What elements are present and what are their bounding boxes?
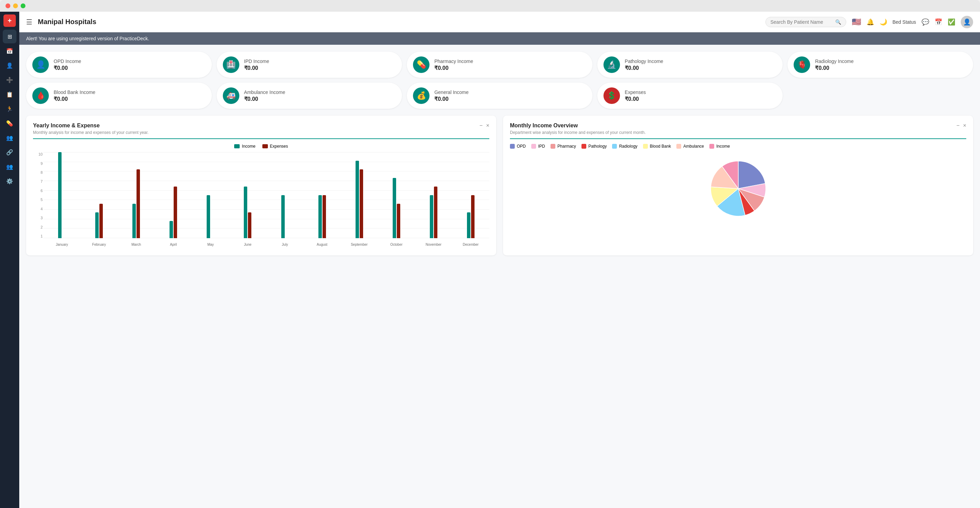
menu-icon[interactable]: ☰	[26, 18, 32, 26]
topbar-actions: 🇺🇸 🔔 🌙 Bed Status 💬 📅 ✅ 👤	[852, 16, 974, 28]
income-bar	[244, 187, 247, 238]
pie-legend-item: OPD	[510, 144, 526, 149]
income-card-icon: 💰	[413, 88, 430, 104]
pie-legend-item: Radiology	[612, 144, 637, 149]
pie-chart-actions: − ×	[956, 123, 966, 129]
pie-chart-title: Monthly Income Overview	[510, 123, 578, 129]
month-group: July	[266, 152, 303, 238]
income-card-info: Radiology Income ₹0.00	[815, 58, 853, 71]
income-card-amount: ₹0.00	[244, 65, 269, 71]
pie-legend-dot	[510, 144, 515, 149]
sidebar-item-users[interactable]: 👥	[3, 160, 16, 174]
main-content: 👤 OPD Income ₹0.00 🏥 IPD Income ₹0.00 💊 …	[19, 45, 980, 508]
income-card-amount: ₹0.00	[434, 65, 473, 71]
expense-bar	[434, 187, 438, 238]
notifications-icon[interactable]: 🔔	[867, 18, 874, 26]
month-group: May	[192, 152, 229, 238]
pie-legend-item: Pathology	[581, 144, 606, 149]
income-card-info: Expenses ₹0.00	[625, 89, 646, 102]
minimize-button[interactable]	[13, 3, 18, 8]
sidebar-item-calendar[interactable]: 📅	[3, 44, 16, 58]
close-button[interactable]	[5, 3, 10, 8]
close-chart-icon[interactable]: ×	[486, 123, 489, 129]
income-bar	[207, 195, 210, 238]
search-input[interactable]	[771, 19, 832, 25]
pie-legend-dot	[550, 144, 555, 149]
pie-legend-item: Pharmacy	[550, 144, 576, 149]
sidebar-item-network[interactable]: 🔗	[3, 145, 16, 159]
expense-bar	[99, 204, 103, 238]
income-bar	[467, 212, 470, 238]
sidebar-item-pharmacy[interactable]: 💊	[3, 116, 16, 130]
pie-legend-dot	[710, 144, 714, 149]
main-area: ☰ Manipal Hospitals 🔍 🇺🇸 🔔 🌙 Bed Status …	[19, 12, 980, 508]
pie-legend-dot	[531, 144, 536, 149]
bar-chart-title: Yearly Income & Expense	[33, 123, 100, 129]
month-group: October	[378, 152, 415, 238]
income-cards-grid: 👤 OPD Income ₹0.00 🏥 IPD Income ₹0.00 💊 …	[26, 52, 973, 109]
income-card: 👤 OPD Income ₹0.00	[26, 52, 212, 78]
income-bar	[430, 195, 433, 238]
income-card-icon: 🔬	[603, 56, 620, 73]
minimize-chart-icon[interactable]: −	[479, 123, 482, 129]
pie-legend-item: Ambulance	[676, 144, 704, 149]
calendar-icon[interactable]: 📅	[935, 18, 942, 26]
pie-chart-subtitle: Department wise analysis for income and …	[510, 130, 966, 139]
income-bar	[132, 204, 136, 238]
income-card-label: General Income	[434, 89, 469, 95]
pie-legend-label: Income	[716, 144, 730, 149]
income-card-amount: ₹0.00	[815, 65, 853, 71]
income-card: 💰 General Income ₹0.00	[407, 83, 592, 109]
income-card-label: Ambulance Income	[244, 89, 285, 95]
pie-legend-dot	[676, 144, 681, 149]
window-chrome	[0, 0, 980, 12]
income-card-info: Blood Bank Income ₹0.00	[54, 89, 95, 102]
income-card: 🫀 Radiology Income ₹0.00	[788, 52, 973, 78]
bars-area: JanuaryFebruaryMarchAprilMayJuneJulyAugu…	[43, 152, 489, 238]
bed-status-button[interactable]: Bed Status	[892, 19, 916, 25]
alert-bar: Alert! You are using unregistered versio…	[19, 32, 980, 45]
bar-chart-card: Yearly Income & Expense − × Monthly anal…	[26, 116, 496, 256]
close-pie-icon[interactable]: ×	[963, 123, 966, 129]
income-bar	[58, 152, 62, 238]
minimize-pie-icon[interactable]: −	[956, 123, 959, 129]
expense-bar	[173, 187, 177, 238]
maximize-button[interactable]	[21, 3, 25, 8]
bar-chart: 12345678910 JanuaryFebruaryMarchAprilMay…	[33, 152, 489, 249]
pie-legend-item: Income	[710, 144, 730, 149]
topbar: ☰ Manipal Hospitals 🔍 🇺🇸 🔔 🌙 Bed Status …	[19, 12, 980, 32]
sidebar-item-dashboard[interactable]: ⊞	[3, 30, 16, 43]
pie-chart-header: Monthly Income Overview − ×	[510, 123, 966, 129]
pie-legend-label: Pharmacy	[557, 144, 576, 149]
alert-text: Alert! You are using unregistered versio…	[26, 36, 149, 41]
sidebar-item-patients[interactable]: 👤	[3, 59, 16, 72]
income-card-amount: ₹0.00	[244, 96, 285, 102]
income-bar	[318, 195, 322, 238]
sidebar-item-reports[interactable]: 📋	[3, 88, 16, 101]
income-card-amount: ₹0.00	[54, 96, 95, 102]
expense-bar	[323, 195, 326, 238]
bar-chart-container: 12345678910 JanuaryFebruaryMarchAprilMay…	[33, 152, 489, 249]
sidebar-item-settings[interactable]: ⚙️	[3, 174, 16, 188]
month-group: February	[81, 152, 118, 238]
expense-bar	[360, 169, 363, 238]
sidebar-item-add[interactable]: ➕	[3, 73, 16, 87]
pie-legend-label: IPD	[538, 144, 545, 149]
flag-icon[interactable]: 🇺🇸	[852, 18, 861, 27]
search-box[interactable]: 🔍	[765, 17, 846, 27]
expense-bar	[397, 204, 400, 238]
pie-legend-label: Ambulance	[683, 144, 704, 149]
month-group: March	[118, 152, 155, 238]
messages-icon[interactable]: 💬	[921, 18, 929, 26]
pie-legend: OPDIPDPharmacyPathologyRadiologyBlood Ba…	[510, 144, 966, 149]
sidebar-item-activity[interactable]: 🏃	[3, 102, 16, 116]
income-card-amount: ₹0.00	[54, 65, 81, 71]
pie-legend-item: IPD	[531, 144, 545, 149]
user-avatar[interactable]: 👤	[961, 16, 973, 28]
month-group: December	[452, 152, 489, 238]
check-icon[interactable]: ✅	[948, 18, 955, 26]
sidebar-item-staff[interactable]: 👥	[3, 131, 16, 145]
income-legend-label: Income	[242, 144, 255, 149]
moon-icon[interactable]: 🌙	[880, 18, 887, 26]
income-card-label: OPD Income	[54, 58, 81, 64]
